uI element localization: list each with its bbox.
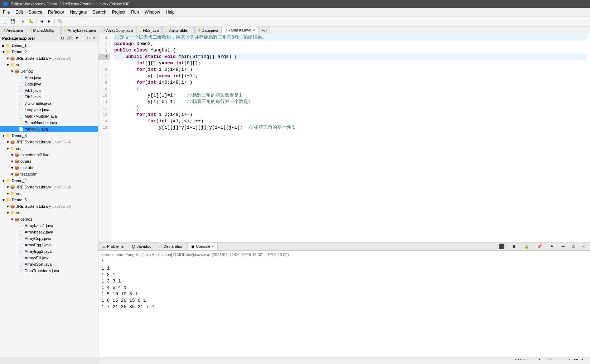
tree-demo2[interactable]: ▼ 📁 Demo_2 — [0, 49, 98, 55]
tree-arraybase2[interactable]: 📄 Arraybase2.java — [0, 229, 98, 235]
tree-demo2-jre[interactable]: ▼ 📦 JRE System Library [JavaSE-14] — [0, 55, 98, 62]
menu-project[interactable]: Project — [109, 9, 128, 15]
tree-fib2-java[interactable]: 📄 Fib2.java — [0, 94, 98, 100]
console-line-7: 1 6 15 20 15 6 1 — [101, 297, 587, 304]
minimize-console-icon[interactable]: ─ — [558, 242, 568, 250]
menu-edit[interactable]: Edit — [13, 9, 26, 15]
tree-data-java[interactable]: 📄 Data.java — [0, 81, 98, 87]
tab-matrix[interactable]: J MatrixMultip... — [26, 26, 61, 34]
pin-icon[interactable]: 📌 — [533, 242, 546, 250]
tree-demo3[interactable]: ▼ 📁 Demo_3 — [0, 132, 98, 139]
tree-demo1-package[interactable]: ▼ 📦 demo1 — [0, 216, 98, 222]
menu-window[interactable]: Window — [142, 9, 163, 15]
library-icon: 📦 — [10, 56, 15, 61]
tab-arraycopy[interactable]: J ArrayCopy.java — [100, 26, 136, 34]
toolbar-forward[interactable]: ▶ — [46, 18, 53, 25]
tab-fib2[interactable]: J Fib2.java — [136, 26, 162, 34]
tree-testabc[interactable]: ▼ 📦 test.abc — [0, 164, 98, 171]
menu-search[interactable]: Search — [90, 9, 109, 15]
tab-data[interactable]: J Data.java — [195, 26, 221, 34]
main-layout: Package Explorer ⊟ 🔗 ▼ ─ □ × ▶ 📁 Demo_1 … — [0, 34, 590, 357]
tab-area-java[interactable]: J Area.java — [0, 26, 26, 34]
clear-console-icon[interactable]: 🗑 — [509, 242, 520, 250]
tab-overflow[interactable]: »₂₄ — [258, 26, 270, 34]
menu-help[interactable]: Help — [163, 9, 178, 15]
tree-demo4-jre[interactable]: ▼ 📦 JRE System Library [JavaSE-14] — [0, 184, 98, 190]
tree-demo5-jre[interactable]: ▼ 📦 JRE System Library [JavaSE-14] — [0, 203, 98, 210]
collapse-all-icon[interactable]: ⊟ — [60, 35, 65, 41]
line-num-3: 3 — [98, 47, 110, 54]
java-file-icon: 📄 — [19, 230, 24, 235]
tree-arraybase1[interactable]: 📄 Arraybase1.java — [0, 222, 98, 229]
toolbar-debug[interactable]: 🐛 — [28, 18, 35, 25]
tree-testexam[interactable]: ▼ 📦 test.exam — [0, 171, 98, 177]
line-num-9: 9 — [98, 86, 110, 92]
expand-icon: ▼ — [10, 69, 14, 73]
tree-others[interactable]: ▼ 📦 others — [0, 158, 98, 164]
tree-demo4-src[interactable]: ▼ 📁 src — [0, 190, 98, 197]
view-menu-icon[interactable]: ▼ — [74, 35, 80, 41]
tree-prime-java[interactable]: 📄 PrimeNumber.java — [0, 119, 98, 126]
tree-demo5-src[interactable]: ▼ 📁 src — [0, 210, 98, 216]
tree-area-java[interactable]: 📄 Area.java — [0, 74, 98, 81]
tab-javadoc[interactable]: @ Javadoc — [127, 242, 155, 250]
tab-yanghui[interactable]: J YangHui.java × — [222, 26, 258, 34]
tree-demo1[interactable]: ▶ 📁 Demo_1 — [0, 42, 98, 49]
scroll-lock-icon[interactable]: 🔒 — [521, 242, 533, 250]
tab-jiujiu[interactable]: J JiujiuTable.... — [162, 26, 195, 34]
line-num-14: 14 — [98, 118, 110, 124]
close-panel-icon[interactable]: × — [579, 242, 589, 250]
toolbar-search[interactable]: 🔍 — [56, 18, 63, 25]
line-num-13: 13 — [98, 112, 110, 118]
tree-jiujiu-java[interactable]: 📄 JiujiuTable.java — [0, 100, 98, 107]
tree-matrix-java[interactable]: 📄 MatrixMultiply.java — [0, 113, 98, 119]
menu-source[interactable]: Source — [26, 9, 45, 15]
link-editor-icon[interactable]: 🔗 — [66, 35, 73, 41]
editor-tabs: J Area.java J MatrixMultip... J Arraybas… — [0, 26, 590, 34]
tree-arrayssort[interactable]: 📄 ArraysSort.java — [0, 261, 98, 267]
code-editor[interactable]: 1 2 3 4 5 6 7 8 9 10 11 12 13 14 15 //定义… — [98, 34, 590, 242]
console-output: 1 1 1 1 2 1 1 3 3 1 1 4 6 4 1 1 5 10 10 … — [101, 259, 587, 310]
tab-arraybase1[interactable]: J Arraybase1.java — [61, 26, 100, 34]
tab-console[interactable]: ▣ Console × — [187, 242, 218, 250]
folder-icon: 📁 — [10, 211, 15, 215]
tree-demo2-package[interactable]: ▼ 📦 Demo2 — [0, 68, 98, 74]
tree-demo3-jre[interactable]: ▼ 📦 JRE System Library [JavaSE-14] — [0, 139, 98, 145]
menu-run[interactable]: Run — [128, 9, 142, 15]
toolbar-new[interactable]: 📄 — [1, 18, 9, 25]
minimize-icon[interactable]: ─ — [81, 35, 86, 41]
tree-demo4[interactable]: ▼ 📁 Demo_4 — [0, 177, 98, 184]
tree-arraysfill[interactable]: 📄 ArraysFill.java — [0, 255, 98, 261]
menu-navigate[interactable]: Navigate — [67, 9, 90, 15]
tree-arrayegg2[interactable]: 📄 ArrayEgg2.java — [0, 248, 98, 255]
menu-refactor[interactable]: Refactor — [45, 9, 67, 15]
tree-demo3-src[interactable]: ▼ 📁 src — [0, 145, 98, 152]
tab-problems[interactable]: ⚠ Problems — [98, 242, 127, 250]
maximize-console-icon[interactable]: □ — [569, 242, 579, 250]
tree-leapyear-java[interactable]: 📄 Leapyear.java — [0, 107, 98, 113]
tree-yanghui-java[interactable]: 📄 YangHui.java — [0, 126, 98, 132]
toolbar-save[interactable]: 💾 — [9, 18, 16, 25]
java-file-icon: 📄 — [19, 223, 24, 228]
tree-exp2five[interactable]: ▼ 📦 experiment2.five — [0, 152, 98, 158]
toolbar-back[interactable]: ◀ — [38, 18, 45, 25]
close-icon[interactable]: × — [253, 28, 255, 32]
maximize-icon[interactable]: □ — [86, 35, 91, 41]
close-console-icon[interactable]: × — [212, 245, 214, 249]
code-line-15: y[i][j]=y[i-1][j]+y[i-1][j-1]; //杨辉三角的基本… — [114, 124, 587, 131]
stop-icon[interactable]: ⬛ — [495, 242, 508, 250]
toolbar-run[interactable]: ▶ — [20, 18, 27, 25]
tree-arrayegg1[interactable]: 📄 ArrayEgg1.java — [0, 242, 98, 248]
close-sidebar-icon[interactable]: × — [92, 35, 96, 41]
tab-declaration[interactable]: ◻ Declaration — [155, 242, 188, 250]
line-num-5: 5 — [98, 60, 110, 67]
tree-fib1-java[interactable]: 📄 Fib1.java — [0, 87, 98, 94]
code-content[interactable]: //定义一个锯齿状二维数组，用来计算并存储杨辉三角前8行，输出结果。 packa… — [111, 34, 590, 242]
view-menu-btn[interactable]: ▼ — [546, 242, 557, 250]
tree-datatransform[interactable]: 📄 DataTransform.java — [0, 267, 98, 274]
tree-arraycopy[interactable]: 📄 ArrayCopy.java — [0, 235, 98, 242]
tree-demo5[interactable]: ▼ 📁 Demo_5 — [0, 197, 98, 203]
menu-file[interactable]: File — [0, 9, 13, 15]
line-num-7: 7 — [98, 73, 110, 79]
tree-demo2-src[interactable]: ▼ 📁 src — [0, 62, 98, 68]
